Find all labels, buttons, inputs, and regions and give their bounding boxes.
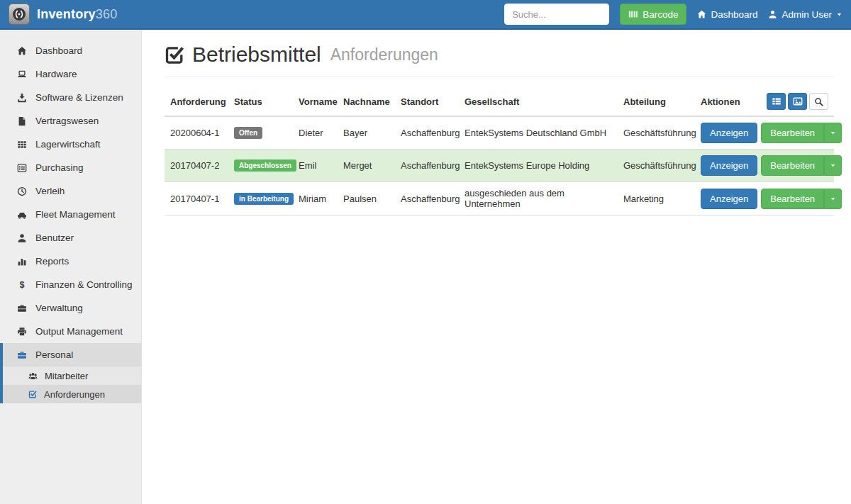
user-icon bbox=[768, 10, 777, 19]
sidebar-item-vertragswesen[interactable]: Vertragswesen bbox=[0, 109, 141, 133]
dollar-icon: $ bbox=[17, 280, 27, 290]
caret-down-icon bbox=[830, 162, 836, 169]
main-content: Betriebsmittel Anforderungen Anforderung… bbox=[143, 30, 851, 504]
col-header-gesellschaft[interactable]: Gesellschaft bbox=[459, 90, 618, 116]
cell-gesellschaft: ausgeschieden aus dem Unternehmen bbox=[459, 182, 618, 215]
sidebar-item-fleet-management[interactable]: Fleet Management bbox=[0, 203, 141, 226]
sidebar-item-reports[interactable]: Reports bbox=[0, 250, 141, 273]
users-icon bbox=[28, 371, 38, 381]
edit-dropdown-button[interactable] bbox=[824, 155, 842, 176]
sidebar-subitem-anforderungen[interactable]: Anforderungen bbox=[3, 385, 141, 403]
list-view-button[interactable] bbox=[767, 93, 786, 110]
cell-anforderung: 20200604-1 bbox=[165, 116, 228, 150]
sidebar-item-verleih[interactable]: Verleih bbox=[0, 179, 141, 203]
bar-chart-icon bbox=[17, 257, 27, 267]
cell-gesellschaft: EntekSystems Deutschland GmbH bbox=[459, 116, 618, 150]
cell-vorname: Miriam bbox=[293, 182, 338, 215]
cell-standort: Aschaffenburg bbox=[395, 182, 459, 215]
sidebar-item-dashboard[interactable]: Dashboard bbox=[0, 39, 141, 62]
cell-abteilung: Geschäftsführung bbox=[618, 150, 695, 182]
top-navbar: Inventory360 Barcode Dashboard Admin Use… bbox=[0, 0, 851, 30]
col-header-aktionen: Aktionen bbox=[695, 90, 834, 116]
list-alt-icon bbox=[17, 163, 27, 173]
user-menu[interactable]: Admin User bbox=[768, 9, 842, 20]
laptop-icon bbox=[17, 69, 27, 79]
briefcase-icon bbox=[17, 303, 27, 313]
col-header-vorname[interactable]: Vorname bbox=[293, 90, 338, 116]
home-icon bbox=[17, 46, 27, 56]
view-button[interactable]: Anzeigen bbox=[701, 123, 757, 143]
col-header-anforderung[interactable]: Anforderung bbox=[165, 90, 228, 116]
nav-dashboard-link[interactable]: Dashboard bbox=[697, 9, 757, 20]
search-icon bbox=[814, 97, 823, 106]
edit-button[interactable]: Bearbeiten bbox=[761, 123, 824, 143]
requests-table: Anforderung Status Vorname Nachname Stan… bbox=[165, 90, 834, 215]
sidebar-subitem-mitarbeiter[interactable]: Mitarbeiter bbox=[3, 366, 141, 385]
home-icon bbox=[697, 10, 706, 19]
table-search-button[interactable] bbox=[809, 93, 828, 110]
edit-dropdown-button[interactable] bbox=[824, 123, 842, 143]
printer-icon bbox=[17, 327, 27, 337]
check-square-icon bbox=[165, 45, 184, 65]
barcode-button[interactable]: Barcode bbox=[620, 4, 686, 25]
page-title: Betriebsmittel bbox=[192, 43, 321, 67]
col-header-nachname[interactable]: Nachname bbox=[338, 90, 395, 116]
svg-text:$: $ bbox=[19, 280, 24, 290]
table-row: 20170407-1 in Bearbeitung Miriam Paulsen… bbox=[165, 182, 834, 215]
check-square-icon bbox=[28, 390, 37, 398]
view-button[interactable]: Anzeigen bbox=[701, 155, 757, 176]
sidebar-item-verwaltung[interactable]: Verwaltung bbox=[0, 296, 141, 320]
gallery-view-button[interactable] bbox=[788, 93, 807, 110]
caret-down-icon bbox=[830, 130, 836, 136]
list-view-icon bbox=[772, 96, 782, 106]
sidebar-item-finanzen-controlling[interactable]: $ Finanzen & Controlling bbox=[0, 273, 141, 296]
page-subtitle: Anforderungen bbox=[330, 45, 438, 65]
app-logo-icon bbox=[9, 4, 30, 25]
cell-abteilung: Marketing bbox=[618, 182, 695, 215]
car-icon bbox=[17, 210, 27, 220]
cell-abteilung: Geschäftsführung bbox=[618, 116, 695, 150]
status-badge: in Bearbeitung bbox=[234, 193, 294, 205]
gallery-view-icon bbox=[793, 96, 803, 106]
cell-gesellschaft: EntekSystems Europe Holding bbox=[459, 150, 618, 182]
edit-button[interactable]: Bearbeiten bbox=[761, 189, 824, 209]
cell-nachname: Merget bbox=[338, 150, 395, 182]
col-header-status[interactable]: Status bbox=[228, 90, 293, 116]
col-header-standort[interactable]: Standort bbox=[395, 90, 459, 116]
table-row: 20170407-2 Abgeschlossen Emil Merget Asc… bbox=[165, 150, 834, 182]
edit-button[interactable]: Bearbeiten bbox=[761, 155, 824, 176]
table-header-row: Anforderung Status Vorname Nachname Stan… bbox=[165, 90, 834, 116]
sidebar-item-software-lizenzen[interactable]: Software & Lizenzen bbox=[0, 86, 141, 109]
barcode-icon bbox=[628, 9, 638, 19]
file-icon bbox=[17, 116, 27, 126]
cell-standort: Aschaffenburg bbox=[395, 150, 459, 182]
brand-area[interactable]: Inventory360 bbox=[0, 4, 117, 25]
status-badge: Offen bbox=[234, 127, 262, 139]
grid-icon bbox=[17, 140, 27, 150]
view-button[interactable]: Anzeigen bbox=[701, 189, 757, 209]
cell-nachname: Bayer bbox=[338, 116, 395, 150]
sidebar-item-benutzer[interactable]: Benutzer bbox=[0, 226, 141, 250]
page-header: Betriebsmittel Anforderungen bbox=[165, 43, 834, 77]
status-badge: Abgeschlossen bbox=[234, 159, 296, 172]
sidebar-item-hardware[interactable]: Hardware bbox=[0, 62, 141, 86]
table-row: 20200604-1 Offen Dieter Bayer Aschaffenb… bbox=[165, 116, 834, 150]
clock-icon bbox=[17, 186, 27, 196]
table-toolbar bbox=[767, 93, 828, 110]
cell-standort: Aschaffenburg bbox=[395, 116, 459, 150]
user-icon bbox=[17, 233, 27, 243]
sidebar-item-output-management[interactable]: Output Management bbox=[0, 320, 141, 343]
caret-down-icon bbox=[836, 11, 842, 18]
cell-anforderung: 20170407-1 bbox=[165, 182, 228, 215]
sidebar-item-lagerwirtschaft[interactable]: Lagerwirtschaft bbox=[0, 133, 141, 156]
col-header-abteilung[interactable]: Abteilung bbox=[618, 90, 695, 116]
sidebar-item-personal[interactable]: Personal bbox=[0, 343, 141, 366]
cell-nachname: Paulsen bbox=[338, 182, 395, 215]
briefcase-icon bbox=[17, 350, 27, 360]
navbar-right: Barcode Dashboard Admin User bbox=[504, 4, 851, 25]
edit-dropdown-button[interactable] bbox=[824, 189, 842, 209]
cell-vorname: Emil bbox=[293, 150, 338, 182]
sidebar-item-purchasing[interactable]: Purchasing bbox=[0, 156, 141, 179]
search-input[interactable] bbox=[504, 4, 609, 25]
caret-down-icon bbox=[830, 196, 836, 202]
